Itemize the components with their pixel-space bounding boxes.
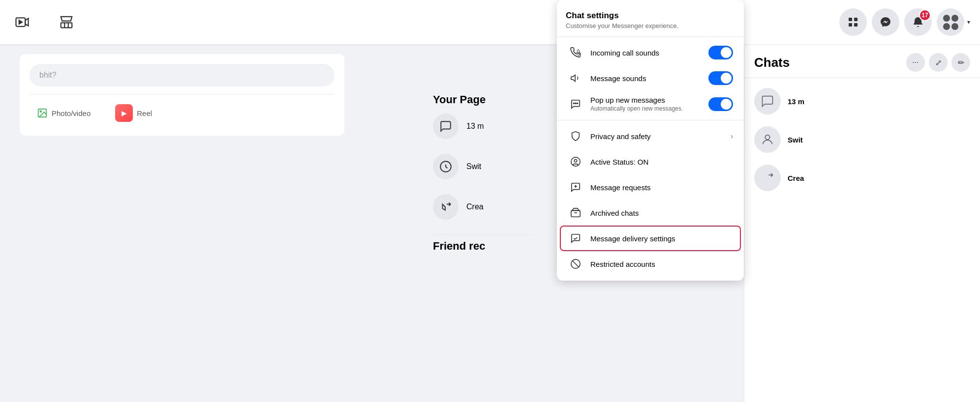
- message-requests-content: Message requests: [590, 183, 733, 192]
- svg-rect-7: [854, 18, 858, 21]
- avatar-icon: [943, 15, 958, 30]
- chats-compose-button[interactable]: ✏: [951, 53, 970, 72]
- chat-avatar-2: [754, 126, 781, 153]
- chats-more-options-button[interactable]: ···: [906, 53, 925, 72]
- archive-icon: [568, 205, 583, 221]
- incoming-call-sounds-toggle[interactable]: [708, 46, 733, 59]
- topbar-left: [10, 10, 79, 34]
- comments-icon: [433, 114, 459, 139]
- notification-badge: 17: [919, 9, 931, 21]
- chat-name-3: Crea: [788, 174, 970, 182]
- svg-rect-22: [571, 210, 580, 217]
- dropdown-header: Chat settings Customise your Messenger e…: [557, 4, 744, 33]
- topbar: 17 ▾: [0, 0, 980, 44]
- popup-messages-sublabel: Automatically open new messages.: [590, 105, 702, 112]
- reel-button[interactable]: ▶ Reel: [108, 100, 159, 126]
- svg-point-16: [573, 103, 574, 104]
- your-page-title: Your Page: [433, 93, 531, 106]
- post-actions: Photo/video ▶ Reel: [30, 94, 335, 126]
- message-sounds-item[interactable]: Message sounds: [560, 65, 741, 91]
- message-delivery-settings-content: Message delivery settings: [590, 234, 733, 243]
- background-section: Your Page 13 m Swit: [433, 93, 531, 260]
- reel-label: Reel: [137, 109, 152, 117]
- divider-1: [557, 36, 744, 37]
- message-sounds-label: Message sounds: [590, 74, 702, 83]
- chats-expand-button[interactable]: ⤢: [929, 53, 948, 72]
- message-delivery-settings-label: Message delivery settings: [590, 234, 733, 243]
- popup-messages-item[interactable]: Pop up new messages Automatically open n…: [560, 91, 741, 117]
- post-input[interactable]: bhit?: [30, 64, 335, 86]
- avatar-button[interactable]: [937, 8, 964, 36]
- active-status-label: Active Status: ON: [590, 158, 733, 166]
- post-card: bhit? Photo/video ▶ Reel: [20, 54, 344, 136]
- svg-marker-2: [19, 20, 22, 24]
- grid-menu-button[interactable]: [839, 8, 867, 36]
- comments-text: 13 m: [466, 122, 484, 131]
- incoming-call-sounds-label: Incoming call sounds: [590, 49, 702, 57]
- svg-point-18: [571, 157, 580, 166]
- chats-panel: Chats ··· ⤢ ✏ 13 m: [744, 44, 980, 402]
- chat-name-2: Swit: [788, 136, 970, 144]
- chats-header-actions: ··· ⤢ ✏: [906, 53, 970, 72]
- notifications-button[interactable]: 17: [904, 8, 932, 36]
- restrict-icon: [568, 256, 583, 272]
- account-chevron-icon[interactable]: ▾: [967, 19, 970, 26]
- active-status-item[interactable]: Active Status: ON: [560, 149, 741, 174]
- chat-settings-subtitle: Customise your Messenger experience.: [566, 22, 735, 29]
- marketplace-icon[interactable]: [54, 10, 79, 34]
- message-sounds-toggle[interactable]: [708, 71, 733, 85]
- chats-title: Chats: [754, 55, 790, 70]
- message-requests-item[interactable]: Message requests: [560, 174, 741, 200]
- active-status-content: Active Status: ON: [590, 158, 733, 166]
- chat-list-item-1[interactable]: 13 m: [749, 83, 975, 119]
- chat-list-item-3[interactable]: Crea: [749, 160, 975, 196]
- friend-rec-title: Friend rec: [433, 240, 531, 253]
- topbar-right: 17 ▾: [839, 8, 970, 36]
- svg-point-11: [40, 111, 41, 112]
- chat-settings-dropdown: Chat settings Customise your Messenger e…: [557, 0, 744, 281]
- delivery-icon: [568, 230, 583, 246]
- message-delivery-settings-item[interactable]: Message delivery settings: [560, 226, 741, 251]
- svg-rect-8: [849, 23, 852, 27]
- archived-chats-item[interactable]: Archived chats: [560, 200, 741, 226]
- svg-marker-1: [25, 19, 28, 26]
- popup-messages-toggle[interactable]: [708, 97, 733, 111]
- create-bg-item[interactable]: Crea: [433, 194, 531, 220]
- chat-info-1: 13 m: [788, 97, 970, 106]
- create-text: Crea: [466, 202, 484, 211]
- svg-rect-9: [854, 23, 858, 27]
- shield-icon: [568, 128, 583, 144]
- popup-messages-label: Pop up new messages: [590, 96, 702, 104]
- megaphone-icon: [433, 194, 459, 220]
- chat-settings-title: Chat settings: [566, 11, 735, 21]
- chat-info-2: Swit: [788, 136, 970, 144]
- restricted-accounts-item[interactable]: Restricted accounts: [560, 251, 741, 277]
- popup-messages-content: Pop up new messages Automatically open n…: [590, 96, 702, 112]
- chat-avatar-1: [754, 88, 781, 115]
- svg-point-19: [574, 159, 577, 162]
- archived-chats-label: Archived chats: [590, 209, 733, 217]
- chat-name-1: 13 m: [788, 97, 970, 106]
- privacy-safety-item[interactable]: Privacy and safety ›: [560, 123, 741, 149]
- svg-point-17: [577, 103, 578, 104]
- chat-avatar-3: [754, 165, 781, 191]
- chat-info-3: Crea: [788, 174, 970, 182]
- switch-bg-item[interactable]: Swit: [433, 154, 531, 179]
- messenger-button[interactable]: [872, 8, 899, 36]
- privacy-safety-arrow: ›: [731, 132, 733, 140]
- archived-chats-content: Archived chats: [590, 209, 733, 217]
- photo-video-label: Photo/video: [52, 109, 91, 117]
- restricted-accounts-label: Restricted accounts: [590, 260, 733, 268]
- svg-rect-3: [61, 23, 72, 28]
- incoming-call-sounds-item[interactable]: Incoming call sounds: [560, 40, 741, 65]
- comments-bg-item[interactable]: 13 m: [433, 114, 531, 139]
- popup-icon: [568, 96, 583, 112]
- svg-rect-6: [849, 18, 852, 21]
- video-icon[interactable]: [10, 10, 34, 34]
- divider-2: [557, 120, 744, 120]
- message-sounds-content: Message sounds: [590, 74, 702, 83]
- message-request-icon: [568, 179, 583, 195]
- photo-video-button[interactable]: Photo/video: [30, 100, 98, 126]
- svg-point-13: [765, 135, 769, 140]
- chat-list-item-2[interactable]: Swit: [749, 121, 975, 158]
